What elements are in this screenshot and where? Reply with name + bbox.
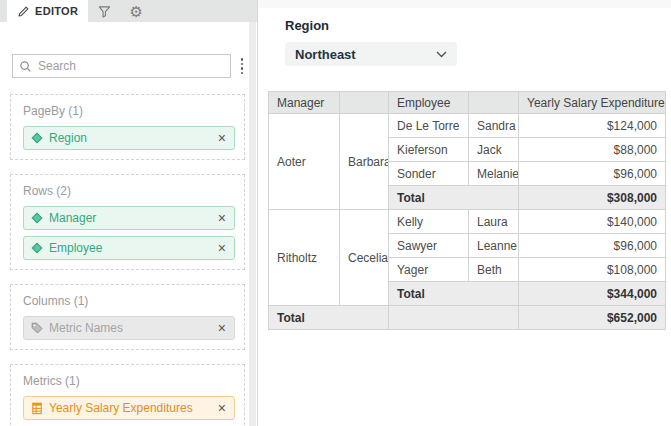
- filter-label: Region: [285, 18, 671, 33]
- chip-label: Employee: [49, 241, 211, 255]
- grand-total-spacer: [389, 306, 519, 330]
- grand-total-row: Total $652,000: [269, 306, 666, 330]
- search-box: [12, 54, 231, 78]
- table-row: Ritholtz Cecelia Kelly Laura $140,000: [269, 210, 666, 234]
- chip-label: Manager: [49, 211, 211, 225]
- close-icon[interactable]: ×: [217, 401, 227, 415]
- search-row: [12, 54, 245, 78]
- employee-first-cell: Beth: [469, 258, 519, 282]
- chip-metric-names[interactable]: Metric Names ×: [23, 316, 235, 340]
- metric-icon: [31, 402, 43, 415]
- salary-cell: $96,000: [519, 162, 666, 186]
- content-area: Region Northeast Manager Employee: [258, 0, 671, 426]
- employee-last-cell: Sonder: [389, 162, 469, 186]
- section-pageby: PageBy (1) Region ×: [10, 94, 245, 160]
- salary-table: Manager Employee Yearly Salary Expenditu…: [268, 91, 666, 330]
- search-input[interactable]: [38, 59, 224, 73]
- header-employee[interactable]: Employee: [389, 92, 469, 114]
- chip-employee[interactable]: Employee ×: [23, 236, 235, 260]
- employee-first-cell: Leanne: [469, 234, 519, 258]
- panel-tabbar: EDITOR ⚙: [0, 0, 257, 22]
- data-grid: Manager Employee Yearly Salary Expenditu…: [268, 91, 671, 330]
- salary-cell: $108,000: [519, 258, 666, 282]
- pageby-filter: Region Northeast: [285, 18, 671, 66]
- employee-last-cell: Kelly: [389, 210, 469, 234]
- subtotal-value: $308,000: [519, 186, 666, 210]
- employee-last-cell: Sawyer: [389, 234, 469, 258]
- header-metric[interactable]: Yearly Salary Expenditures: [519, 92, 666, 114]
- chip-label: Region: [49, 131, 211, 145]
- chevron-down-icon: [436, 51, 447, 58]
- header-row: Manager Employee Yearly Salary Expenditu…: [269, 92, 666, 114]
- section-rows-title: Rows (2): [23, 184, 235, 198]
- subtotal-label: Total: [389, 186, 519, 210]
- manager-first-cell: Barbara: [340, 114, 389, 210]
- chip-label: Yearly Salary Expenditures: [49, 401, 211, 415]
- table-row: Aoter Barbara De Le Torre Sandra $124,00…: [269, 114, 666, 138]
- tab-editor[interactable]: EDITOR: [7, 0, 88, 22]
- attribute-diamond-icon: [31, 132, 43, 144]
- section-columns: Columns (1) Metric Names ×: [10, 284, 245, 350]
- salary-cell: $96,000: [519, 234, 666, 258]
- manager-last-cell: Ritholtz: [269, 210, 340, 306]
- tab-filter[interactable]: [88, 0, 120, 22]
- chip-manager[interactable]: Manager ×: [23, 206, 235, 230]
- section-pageby-title: PageBy (1): [23, 104, 235, 118]
- grand-total-label: Total: [269, 306, 389, 330]
- salary-cell: $140,000: [519, 210, 666, 234]
- salary-cell: $88,000: [519, 138, 666, 162]
- tag-icon: [31, 322, 43, 334]
- header-employee-first[interactable]: [469, 92, 519, 114]
- panel-scrollbar[interactable]: [249, 22, 256, 426]
- region-dropdown[interactable]: Northeast: [285, 42, 457, 66]
- tab-editor-label: EDITOR: [35, 5, 78, 17]
- section-metrics-title: Metrics (1): [23, 374, 235, 388]
- pencil-icon: [17, 5, 30, 18]
- employee-first-cell: Jack: [469, 138, 519, 162]
- employee-last-cell: De Le Torre: [389, 114, 469, 138]
- header-manager-first[interactable]: [340, 92, 389, 114]
- tab-settings[interactable]: ⚙: [120, 0, 152, 22]
- manager-first-cell: Cecelia: [340, 210, 389, 306]
- section-rows: Rows (2) Manager × Employee ×: [10, 174, 245, 270]
- employee-last-cell: Kieferson: [389, 138, 469, 162]
- chip-region[interactable]: Region ×: [23, 126, 235, 150]
- section-columns-title: Columns (1): [23, 294, 235, 308]
- gear-icon: ⚙: [129, 4, 142, 19]
- content-top-strip: [258, 0, 671, 8]
- employee-last-cell: Yager: [389, 258, 469, 282]
- editor-panel: EDITOR ⚙ PageBy (1) Region ×: [0, 0, 258, 426]
- close-icon[interactable]: ×: [217, 321, 227, 335]
- close-icon[interactable]: ×: [217, 211, 227, 225]
- header-manager[interactable]: Manager: [269, 92, 340, 114]
- close-icon[interactable]: ×: [217, 241, 227, 255]
- chip-yearly-salary-expenditures[interactable]: Yearly Salary Expenditures ×: [23, 396, 235, 420]
- close-icon[interactable]: ×: [217, 131, 227, 145]
- app-window: EDITOR ⚙ PageBy (1) Region ×: [0, 0, 671, 426]
- employee-first-cell: Sandra: [469, 114, 519, 138]
- attribute-diamond-icon: [31, 242, 43, 254]
- manager-last-cell: Aoter: [269, 114, 340, 210]
- grand-total-value: $652,000: [519, 306, 666, 330]
- search-icon: [19, 60, 32, 73]
- subtotal-label: Total: [389, 282, 519, 306]
- funnel-icon: [97, 4, 112, 19]
- region-dropdown-value: Northeast: [295, 47, 356, 62]
- employee-first-cell: Laura: [469, 210, 519, 234]
- employee-first-cell: Melanie: [469, 162, 519, 186]
- chip-label: Metric Names: [49, 321, 211, 335]
- drop-zones: PageBy (1) Region × Rows (2) Manager × E…: [10, 94, 245, 426]
- subtotal-value: $344,000: [519, 282, 666, 306]
- section-metrics: Metrics (1) Yearly Salary Expenditures ×: [10, 364, 245, 426]
- attribute-diamond-icon: [31, 212, 43, 224]
- more-options-icon[interactable]: [239, 56, 246, 76]
- salary-cell: $124,000: [519, 114, 666, 138]
